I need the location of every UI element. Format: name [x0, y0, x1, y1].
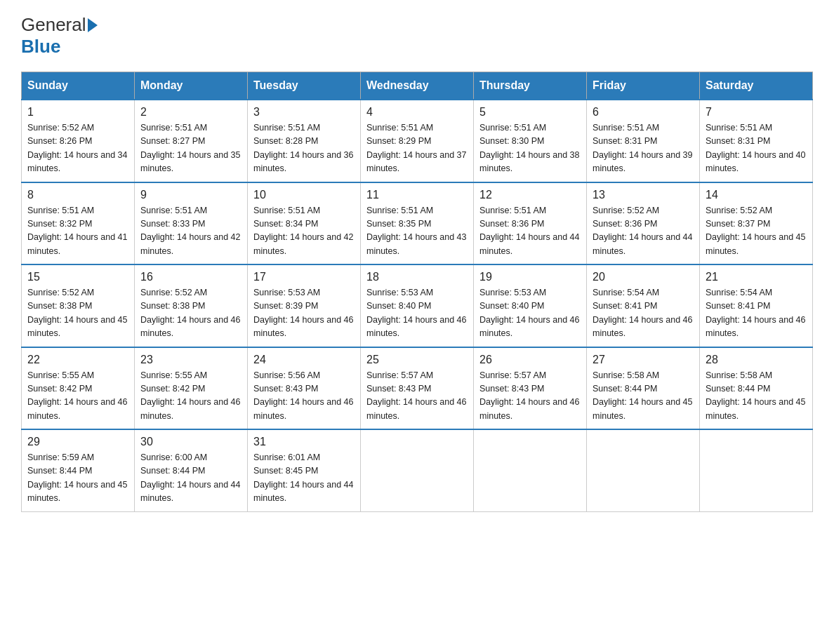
- logo-arrow-icon: [88, 18, 98, 32]
- header-sunday: Sunday: [22, 72, 135, 100]
- day-number: 25: [366, 354, 468, 366]
- calendar-cell: 9Sunrise: 5:51 AMSunset: 8:33 PMDaylight…: [135, 182, 248, 265]
- day-info: Sunrise: 5:51 AMSunset: 8:32 PMDaylight:…: [27, 204, 128, 259]
- day-info: Sunrise: 6:01 AMSunset: 8:45 PMDaylight:…: [253, 451, 355, 506]
- day-info: Sunrise: 5:52 AMSunset: 8:38 PMDaylight:…: [27, 286, 128, 341]
- header-friday: Friday: [587, 72, 700, 100]
- header-thursday: Thursday: [474, 72, 587, 100]
- day-info: Sunrise: 5:52 AMSunset: 8:36 PMDaylight:…: [593, 204, 694, 259]
- day-number: 11: [366, 189, 468, 201]
- day-info: Sunrise: 5:59 AMSunset: 8:44 PMDaylight:…: [27, 451, 128, 506]
- calendar-cell: 6Sunrise: 5:51 AMSunset: 8:31 PMDaylight…: [587, 100, 700, 182]
- day-number: 31: [253, 436, 355, 448]
- day-number: 26: [479, 354, 581, 366]
- calendar-cell: 31Sunrise: 6:01 AMSunset: 8:45 PMDayligh…: [248, 429, 361, 511]
- calendar-week-row: 22Sunrise: 5:55 AMSunset: 8:42 PMDayligh…: [22, 347, 813, 430]
- day-number: 9: [140, 189, 241, 201]
- day-info: Sunrise: 5:51 AMSunset: 8:34 PMDaylight:…: [253, 204, 355, 259]
- calendar-week-row: 15Sunrise: 5:52 AMSunset: 8:38 PMDayligh…: [22, 264, 813, 347]
- day-info: Sunrise: 5:53 AMSunset: 8:39 PMDaylight:…: [253, 286, 355, 341]
- header-saturday: Saturday: [700, 72, 813, 100]
- day-info: Sunrise: 5:52 AMSunset: 8:26 PMDaylight:…: [27, 121, 128, 176]
- calendar-cell: 30Sunrise: 6:00 AMSunset: 8:44 PMDayligh…: [135, 429, 248, 511]
- day-info: Sunrise: 5:55 AMSunset: 8:42 PMDaylight:…: [27, 369, 128, 424]
- day-number: 13: [593, 189, 694, 201]
- calendar-week-row: 1Sunrise: 5:52 AMSunset: 8:26 PMDaylight…: [22, 100, 813, 182]
- calendar-cell: 28Sunrise: 5:58 AMSunset: 8:44 PMDayligh…: [700, 347, 813, 430]
- calendar-cell: [361, 429, 474, 511]
- calendar-cell: 1Sunrise: 5:52 AMSunset: 8:26 PMDaylight…: [22, 100, 135, 182]
- day-info: Sunrise: 5:53 AMSunset: 8:40 PMDaylight:…: [366, 286, 468, 341]
- day-number: 19: [479, 271, 581, 283]
- calendar-cell: 26Sunrise: 5:57 AMSunset: 8:43 PMDayligh…: [474, 347, 587, 430]
- day-info: Sunrise: 5:51 AMSunset: 8:30 PMDaylight:…: [479, 121, 581, 176]
- calendar-cell: 2Sunrise: 5:51 AMSunset: 8:27 PMDaylight…: [135, 100, 248, 182]
- day-info: Sunrise: 5:51 AMSunset: 8:36 PMDaylight:…: [479, 204, 581, 259]
- day-number: 20: [593, 271, 694, 283]
- calendar-cell: 14Sunrise: 5:52 AMSunset: 8:37 PMDayligh…: [700, 182, 813, 265]
- day-info: Sunrise: 5:53 AMSunset: 8:40 PMDaylight:…: [479, 286, 581, 341]
- calendar-cell: 17Sunrise: 5:53 AMSunset: 8:39 PMDayligh…: [248, 264, 361, 347]
- day-info: Sunrise: 5:51 AMSunset: 8:28 PMDaylight:…: [253, 121, 355, 176]
- calendar-cell: 16Sunrise: 5:52 AMSunset: 8:38 PMDayligh…: [135, 264, 248, 347]
- day-number: 7: [706, 106, 807, 119]
- day-number: 27: [593, 354, 694, 366]
- calendar-cell: 10Sunrise: 5:51 AMSunset: 8:34 PMDayligh…: [248, 182, 361, 265]
- header-monday: Monday: [135, 72, 248, 100]
- calendar-cell: 11Sunrise: 5:51 AMSunset: 8:35 PMDayligh…: [361, 182, 474, 265]
- day-number: 5: [479, 106, 581, 119]
- calendar-cell: 12Sunrise: 5:51 AMSunset: 8:36 PMDayligh…: [474, 182, 587, 265]
- calendar-cell: 8Sunrise: 5:51 AMSunset: 8:32 PMDaylight…: [22, 182, 135, 265]
- day-info: Sunrise: 5:57 AMSunset: 8:43 PMDaylight:…: [479, 369, 581, 424]
- day-number: 21: [706, 271, 807, 283]
- day-number: 15: [27, 271, 128, 283]
- calendar-cell: 5Sunrise: 5:51 AMSunset: 8:30 PMDaylight…: [474, 100, 587, 182]
- calendar-week-row: 29Sunrise: 5:59 AMSunset: 8:44 PMDayligh…: [22, 429, 813, 511]
- calendar-cell: 18Sunrise: 5:53 AMSunset: 8:40 PMDayligh…: [361, 264, 474, 347]
- calendar-cell: 3Sunrise: 5:51 AMSunset: 8:28 PMDaylight…: [248, 100, 361, 182]
- day-info: Sunrise: 5:56 AMSunset: 8:43 PMDaylight:…: [253, 369, 355, 424]
- calendar-cell: 24Sunrise: 5:56 AMSunset: 8:43 PMDayligh…: [248, 347, 361, 430]
- day-info: Sunrise: 5:52 AMSunset: 8:38 PMDaylight:…: [140, 286, 241, 341]
- day-number: 3: [253, 106, 355, 119]
- calendar-cell: 13Sunrise: 5:52 AMSunset: 8:36 PMDayligh…: [587, 182, 700, 265]
- calendar-cell: [700, 429, 813, 511]
- day-info: Sunrise: 5:51 AMSunset: 8:27 PMDaylight:…: [140, 121, 241, 176]
- calendar-cell: [587, 429, 700, 511]
- calendar-cell: [474, 429, 587, 511]
- weekday-header-row: Sunday Monday Tuesday Wednesday Thursday…: [22, 72, 813, 100]
- day-info: Sunrise: 6:00 AMSunset: 8:44 PMDaylight:…: [140, 451, 241, 506]
- calendar-cell: 29Sunrise: 5:59 AMSunset: 8:44 PMDayligh…: [22, 429, 135, 511]
- calendar-cell: 25Sunrise: 5:57 AMSunset: 8:43 PMDayligh…: [361, 347, 474, 430]
- day-info: Sunrise: 5:51 AMSunset: 8:33 PMDaylight:…: [140, 204, 241, 259]
- day-number: 29: [27, 436, 128, 448]
- calendar-table: Sunday Monday Tuesday Wednesday Thursday…: [21, 72, 813, 512]
- day-number: 28: [706, 354, 807, 366]
- day-info: Sunrise: 5:52 AMSunset: 8:37 PMDaylight:…: [706, 204, 807, 259]
- day-number: 6: [593, 106, 694, 119]
- calendar-cell: 20Sunrise: 5:54 AMSunset: 8:41 PMDayligh…: [587, 264, 700, 347]
- day-number: 30: [140, 436, 241, 448]
- logo: General Blue: [21, 14, 99, 58]
- day-number: 8: [27, 189, 128, 201]
- calendar-cell: 27Sunrise: 5:58 AMSunset: 8:44 PMDayligh…: [587, 347, 700, 430]
- day-number: 23: [140, 354, 241, 366]
- day-number: 17: [253, 271, 355, 283]
- calendar-cell: 4Sunrise: 5:51 AMSunset: 8:29 PMDaylight…: [361, 100, 474, 182]
- calendar-cell: 22Sunrise: 5:55 AMSunset: 8:42 PMDayligh…: [22, 347, 135, 430]
- day-info: Sunrise: 5:51 AMSunset: 8:31 PMDaylight:…: [593, 121, 694, 176]
- page-header: General Blue: [21, 14, 813, 58]
- calendar-cell: 7Sunrise: 5:51 AMSunset: 8:31 PMDaylight…: [700, 100, 813, 182]
- day-number: 24: [253, 354, 355, 366]
- day-number: 10: [253, 189, 355, 201]
- header-wednesday: Wednesday: [361, 72, 474, 100]
- day-info: Sunrise: 5:51 AMSunset: 8:35 PMDaylight:…: [366, 204, 468, 259]
- calendar-cell: 19Sunrise: 5:53 AMSunset: 8:40 PMDayligh…: [474, 264, 587, 347]
- calendar-cell: 23Sunrise: 5:55 AMSunset: 8:42 PMDayligh…: [135, 347, 248, 430]
- day-number: 1: [27, 106, 128, 119]
- calendar-cell: 21Sunrise: 5:54 AMSunset: 8:41 PMDayligh…: [700, 264, 813, 347]
- header-tuesday: Tuesday: [248, 72, 361, 100]
- day-info: Sunrise: 5:57 AMSunset: 8:43 PMDaylight:…: [366, 369, 468, 424]
- day-number: 14: [706, 189, 807, 201]
- logo-blue-text: Blue: [21, 36, 60, 58]
